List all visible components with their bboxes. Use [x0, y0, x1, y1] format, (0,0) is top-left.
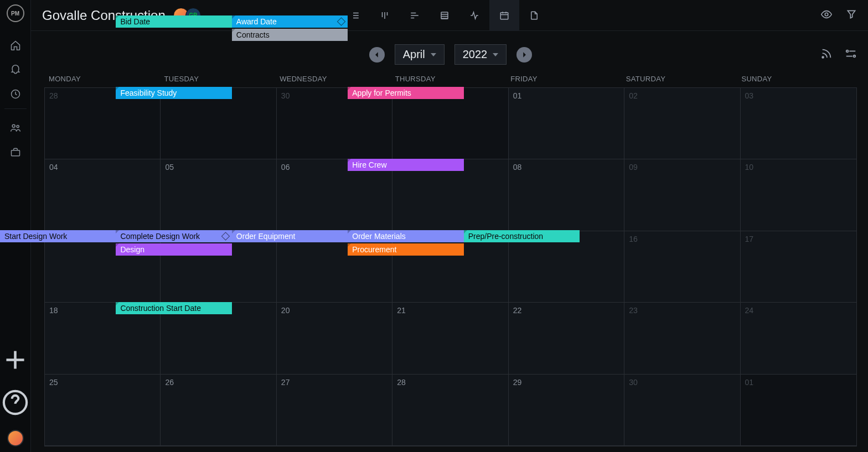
settings-icon[interactable]: [845, 48, 857, 62]
event-bar[interactable]: Contracts: [232, 29, 348, 41]
calendar-cell[interactable]: 26: [161, 375, 276, 446]
event-bar[interactable]: Start Design Work: [0, 230, 116, 242]
calendar-cell[interactable]: 24: [741, 303, 856, 374]
add-icon[interactable]: [0, 345, 30, 377]
event-notch-icon: [232, 15, 235, 19]
calendar-cell[interactable]: 21: [392, 303, 508, 374]
event-bar[interactable]: Apply for Permits: [348, 87, 463, 99]
calendar-cell[interactable]: 03: [741, 88, 856, 159]
calendar-cell[interactable]: 17: [741, 231, 856, 303]
calendar-cell[interactable]: 01: [509, 88, 624, 159]
people-icon[interactable]: [10, 122, 21, 133]
milestone-diamond-icon: [221, 232, 230, 241]
svg-rect-3: [11, 150, 19, 156]
event-notch-icon: [232, 230, 235, 233]
svg-point-10: [854, 55, 856, 57]
sheet-view-tab[interactable]: [430, 0, 459, 31]
calendar-cell[interactable]: 20: [277, 303, 392, 374]
event-bar[interactable]: Order Equipment: [232, 230, 348, 242]
calendar-cell[interactable]: 22: [509, 303, 624, 374]
home-icon[interactable]: [10, 40, 21, 51]
clock-icon[interactable]: [10, 89, 21, 100]
day-number: 20: [281, 306, 388, 315]
day-header: TUESDAY: [164, 75, 280, 83]
user-avatar[interactable]: [7, 430, 24, 446]
day-number: 21: [397, 306, 503, 315]
bell-icon[interactable]: [10, 64, 21, 75]
event-bar[interactable]: Award Date: [232, 15, 348, 28]
day-headers: MONDAYTUESDAYWEDNESDAYTHURSDAYFRIDAYSATU…: [44, 75, 857, 87]
day-number: 28: [397, 378, 503, 387]
svg-point-2: [17, 125, 19, 127]
calendar-cell[interactable]: 10: [741, 159, 856, 231]
briefcase-icon[interactable]: [10, 147, 21, 158]
day-number: 03: [745, 91, 852, 100]
day-number: 09: [629, 163, 735, 172]
day-number: 05: [165, 163, 271, 172]
prev-month-button[interactable]: [369, 47, 385, 63]
event-bar[interactable]: Procurement: [348, 243, 463, 256]
gantt-view-tab[interactable]: [400, 0, 430, 31]
day-header: FRIDAY: [510, 75, 626, 83]
calendar-cell[interactable]: 09: [624, 159, 740, 231]
event-notch-icon: [348, 230, 351, 233]
calendar-cell[interactable]: 01: [741, 375, 856, 446]
event-bar[interactable]: Order Materials: [348, 230, 463, 242]
event-bar[interactable]: Bid Date: [116, 15, 231, 28]
next-month-button[interactable]: [516, 47, 532, 63]
chevron-down-icon: [493, 53, 498, 56]
calendar-cell[interactable]: 27: [277, 375, 392, 446]
event-notch-icon: [116, 15, 119, 19]
calendar-cell[interactable]: 28: [392, 375, 508, 446]
day-number: 29: [513, 378, 619, 387]
file-view-tab[interactable]: [519, 0, 549, 31]
board-view-tab[interactable]: [370, 0, 400, 31]
day-header: SUNDAY: [741, 75, 857, 83]
day-number: 16: [629, 235, 735, 243]
event-bar[interactable]: Construction Start Date: [116, 302, 231, 314]
calendar-view-tab[interactable]: [489, 0, 519, 31]
filter-icon[interactable]: [846, 9, 857, 22]
calendar-cell[interactable]: 23: [624, 303, 740, 374]
calendar-cell[interactable]: 29: [509, 375, 624, 446]
day-number: 23: [629, 306, 735, 315]
event-notch-icon: [232, 29, 235, 32]
activity-view-tab[interactable]: [459, 0, 489, 31]
calendar-cell[interactable]: 05: [161, 159, 276, 231]
svg-rect-5: [441, 12, 448, 19]
calendar-cell[interactable]: 04: [45, 159, 161, 231]
calendar-cell[interactable]: 30: [624, 375, 740, 446]
day-header: WEDNESDAY: [280, 75, 395, 83]
event-notch-icon: [116, 230, 119, 233]
month-select[interactable]: April: [395, 44, 445, 65]
view-tabs: [340, 0, 549, 31]
day-number: 01: [745, 378, 852, 387]
help-icon[interactable]: [0, 387, 30, 420]
day-number: 22: [513, 306, 619, 315]
calendar-grid: 2829303101020304050607080910111213141516…: [44, 87, 857, 446]
event-bar[interactable]: Hire Crew: [348, 159, 463, 171]
event-bar[interactable]: Complete Design Work: [116, 230, 231, 242]
calendar-cell[interactable]: 02: [624, 88, 740, 159]
day-number: 08: [513, 163, 619, 172]
event-bar[interactable]: Prep/Pre-construction: [464, 230, 580, 242]
event-notch-icon: [348, 159, 351, 162]
calendar-cell[interactable]: 08: [509, 159, 624, 231]
year-select[interactable]: 2022: [454, 44, 507, 65]
event-bar[interactable]: Feasibility Study: [116, 87, 231, 99]
calendar-cell[interactable]: 16: [624, 231, 740, 303]
day-number: 04: [49, 163, 156, 172]
event-notch-icon: [464, 230, 467, 233]
svg-rect-6: [500, 12, 508, 19]
event-notch-icon: [348, 243, 351, 247]
day-number: 01: [513, 91, 619, 100]
event-bar[interactable]: Design: [116, 243, 231, 256]
svg-point-7: [825, 13, 828, 16]
calendar-cell[interactable]: 25: [45, 375, 161, 446]
day-number: 02: [629, 91, 735, 100]
svg-point-9: [846, 50, 849, 52]
app-logo[interactable]: PM: [7, 4, 24, 22]
visibility-icon[interactable]: [820, 8, 833, 23]
sidebar: PM: [0, 0, 31, 452]
feed-icon[interactable]: [820, 48, 833, 62]
